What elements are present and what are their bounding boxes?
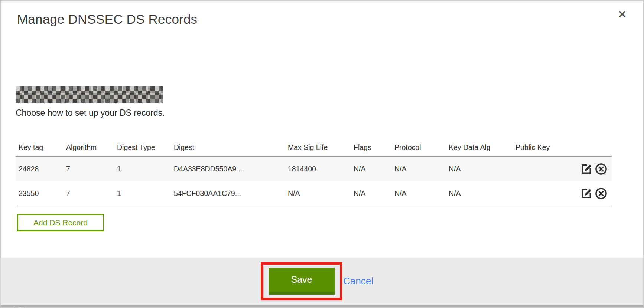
row-actions <box>571 187 612 200</box>
cancel-link[interactable]: Cancel <box>343 275 373 287</box>
cell-key-data-alg: N/A <box>446 165 513 173</box>
header-key-data-alg: Key Data Alg <box>446 143 513 152</box>
delete-icon[interactable] <box>594 162 608 176</box>
edit-icon[interactable] <box>579 187 593 200</box>
table-row: 24828 7 1 D4A33E8DD550A9... 1814400 N/A … <box>16 157 612 181</box>
cell-key-tag: 24828 <box>16 165 63 173</box>
ds-records-table: Key tag Algorithm Digest Type Digest Max… <box>16 139 612 206</box>
cell-digest-type: 1 <box>114 165 171 173</box>
row-actions <box>571 162 612 176</box>
table-body: 24828 7 1 D4A33E8DD550A9... 1814400 N/A … <box>16 156 612 206</box>
edit-icon[interactable] <box>579 162 593 176</box>
cell-digest: 54FCF030AA1C79... <box>171 189 285 198</box>
cell-key-data-alg: N/A <box>446 189 513 198</box>
instruction-text: Choose how to set up your DS records. <box>16 108 165 118</box>
dnssec-modal: Manage DNSSEC DS Records ✕ Choose how to… <box>0 0 644 308</box>
header-key-tag: Key tag <box>16 143 63 152</box>
table-header: Key tag Algorithm Digest Type Digest Max… <box>16 139 612 156</box>
cell-flags: N/A <box>351 189 391 198</box>
modal-footer: Save Cancel <box>1 258 643 307</box>
header-digest-type: Digest Type <box>114 143 171 152</box>
redacted-domain-name <box>16 86 163 103</box>
header-algorithm: Algorithm <box>63 143 114 152</box>
add-ds-record-button[interactable]: Add DS Record <box>17 214 104 231</box>
cell-digest-type: 1 <box>114 189 171 198</box>
header-max-sig-life: Max Sig Life <box>285 143 351 152</box>
table-row: 23550 7 1 54FCF030AA1C79... N/A N/A N/A … <box>16 181 612 206</box>
cell-digest: D4A33E8DD550A9... <box>171 165 285 173</box>
cell-protocol: N/A <box>391 189 446 198</box>
header-digest: Digest <box>171 143 285 152</box>
save-button[interactable]: Save <box>269 268 335 295</box>
cell-algorithm: 7 <box>63 189 114 198</box>
delete-icon[interactable] <box>594 187 608 200</box>
cell-algorithm: 7 <box>63 165 114 173</box>
annotation-highlight: Save <box>261 262 342 300</box>
header-flags: Flags <box>351 143 391 152</box>
cell-protocol: N/A <box>391 165 446 173</box>
header-public-key: Public Key <box>513 143 571 152</box>
header-protocol: Protocol <box>391 143 446 152</box>
cell-max-sig-life: N/A <box>285 189 351 198</box>
cell-max-sig-life: 1814400 <box>285 165 351 173</box>
cell-flags: N/A <box>351 165 391 173</box>
page-title: Manage DNSSEC DS Records <box>17 12 197 27</box>
close-icon[interactable]: ✕ <box>618 9 627 20</box>
cell-key-tag: 23550 <box>16 189 63 198</box>
